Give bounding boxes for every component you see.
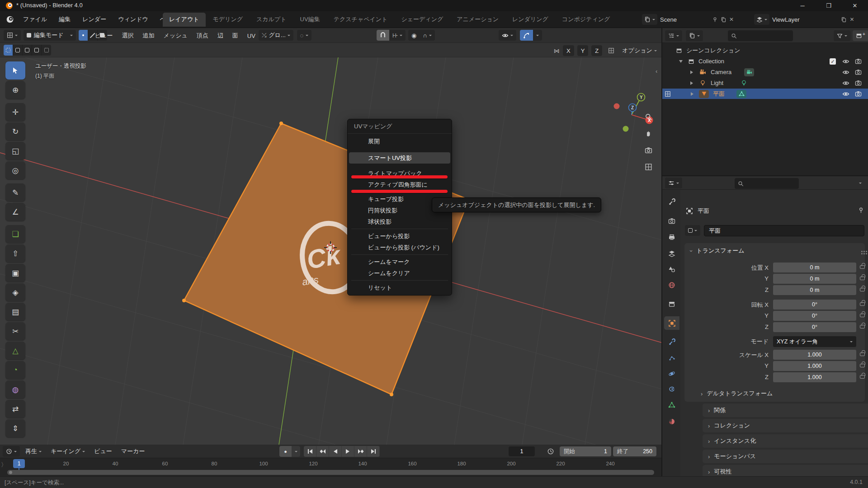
bevel-tool-button[interactable]: ◈ (5, 283, 25, 301)
snap-settings-dropdown[interactable]: ⊦⊦ (389, 30, 406, 41)
tab-world[interactable] (664, 278, 679, 292)
outliner-display-mode-button[interactable] (686, 30, 703, 41)
prev-keyframe-button[interactable] (316, 446, 329, 457)
lock-icon[interactable] (860, 352, 865, 356)
play-reverse-button[interactable] (329, 446, 342, 457)
menu-item-reset[interactable]: リセット (349, 282, 450, 293)
frame-end-field[interactable]: 終了250 (613, 446, 656, 456)
move-tool-button[interactable]: ✛ (5, 103, 25, 121)
outliner-editor-type-button[interactable] (665, 30, 682, 41)
record-dropdown[interactable] (292, 446, 300, 457)
tab-modeling[interactable]: モデリング (207, 13, 250, 27)
tab-modifiers[interactable] (664, 335, 679, 349)
menu-select[interactable]: 選択 (118, 30, 138, 42)
lock-icon[interactable] (860, 277, 865, 280)
section-collections[interactable]: ›コレクション (703, 419, 868, 432)
knife-tool-button[interactable]: ✂ (5, 322, 25, 340)
visibility-dropdown[interactable] (499, 30, 516, 41)
next-keyframe-button[interactable] (354, 446, 367, 457)
properties-search-input[interactable] (735, 178, 799, 189)
tab-view-layer[interactable] (664, 247, 679, 260)
menu-item-sphere-projection[interactable]: 球状投影 (349, 216, 450, 227)
pin-icon[interactable] (712, 17, 718, 23)
menu-vertex[interactable]: 頂点 (192, 30, 213, 42)
current-frame-field[interactable]: 1 (509, 446, 535, 456)
transform-panel-header[interactable]: › トランスフォーム (690, 247, 744, 255)
properties-options-icon[interactable] (859, 183, 862, 185)
lock-icon[interactable] (860, 314, 865, 317)
view-layer-browse-button[interactable] (754, 14, 769, 25)
ortho-toggle-icon[interactable] (642, 160, 655, 173)
disclosure-closed-icon[interactable] (690, 70, 695, 74)
jump-end-button[interactable] (367, 446, 380, 457)
tab-rendering[interactable]: レンダリング (506, 13, 555, 27)
shrink-fatten-tool-button[interactable]: ⇕ (5, 419, 25, 437)
select-invert-icon[interactable] (32, 45, 42, 56)
hide-eye-icon[interactable] (842, 58, 849, 65)
keying-menu[interactable]: キーイング (47, 446, 89, 457)
outliner-filter-button[interactable] (834, 30, 850, 41)
zoom-icon[interactable] (642, 110, 655, 123)
disable-render-camera-icon[interactable] (855, 90, 862, 97)
hide-eye-icon[interactable] (842, 69, 849, 76)
lock-icon[interactable] (860, 375, 865, 379)
editor-type-button[interactable] (4, 30, 21, 41)
cursor-tool-button[interactable]: ⊕ (5, 81, 25, 99)
play-button[interactable] (342, 446, 354, 457)
timeline-marker-menu[interactable]: マーカー (118, 446, 149, 457)
new-scene-icon[interactable] (721, 17, 726, 23)
menu-window[interactable]: ウィンドウ (112, 14, 154, 25)
menu-view[interactable]: ビュー (90, 30, 118, 42)
tab-tool[interactable] (664, 195, 679, 209)
hide-eye-icon[interactable] (842, 80, 849, 87)
location-y-field[interactable]: 0 m (773, 274, 856, 284)
delta-transform-section[interactable]: › デルタトランスフォーム (701, 389, 773, 398)
collection-checkbox[interactable]: ✓ (830, 58, 836, 65)
scale-z-field[interactable]: 1.000 (773, 372, 856, 382)
hide-eye-icon[interactable] (842, 90, 849, 98)
menu-add[interactable]: 追加 (138, 30, 159, 42)
mirror-z-toggle[interactable]: Z (591, 45, 602, 56)
tab-collection[interactable] (664, 297, 679, 311)
lock-icon[interactable] (860, 288, 865, 291)
rotate-tool-button[interactable]: ↻ (5, 122, 25, 141)
tab-animation[interactable]: アニメーション (450, 13, 505, 27)
playback-menu[interactable]: 再生 (22, 446, 45, 457)
section-relations[interactable]: ›関係 (703, 404, 868, 417)
menu-item-unwrap[interactable]: 展開 (349, 136, 450, 147)
section-instancing[interactable]: ›インスタンス化 (703, 434, 868, 448)
mirror-y-toggle[interactable]: Y (577, 45, 589, 56)
menu-face[interactable]: 面 (228, 30, 243, 42)
tweak-tool-button[interactable] (5, 61, 25, 80)
rotation-z-field[interactable]: 0° (773, 322, 856, 332)
frame-start-field[interactable]: 開始1 (560, 446, 611, 456)
disable-render-camera-icon[interactable] (855, 80, 862, 86)
select-subtract-icon[interactable] (23, 45, 32, 56)
tab-uv-editing[interactable]: UV編集 (294, 13, 326, 27)
scale-x-field[interactable]: 1.000 (773, 350, 856, 360)
outliner-row-collection[interactable]: Collection ✓ (662, 56, 868, 66)
menu-item-project-from-view-bounds[interactable]: ビューから投影 (バウンド) (349, 242, 450, 253)
menu-uv[interactable]: UV (243, 30, 260, 42)
select-set-icon[interactable] (4, 45, 13, 56)
menu-item-smart-uv-project[interactable]: スマートUV投影 (349, 152, 450, 164)
viewport-3d[interactable]: Ck arts Y Z (0, 28, 661, 445)
maximize-button[interactable]: ❒ (816, 0, 842, 11)
object-type-dropdown[interactable] (685, 225, 700, 236)
inset-tool-button[interactable]: ▣ (5, 264, 25, 282)
lock-icon[interactable] (860, 302, 865, 306)
outliner-row-camera[interactable]: Camera (662, 67, 868, 77)
pan-hand-icon[interactable] (642, 127, 655, 140)
close-button[interactable]: ✕ (842, 0, 868, 11)
menu-render[interactable]: レンダー (76, 14, 112, 25)
menu-mesh[interactable]: メッシュ (159, 30, 192, 42)
measure-tool-button[interactable]: ∠ (5, 203, 25, 221)
smooth-tool-button[interactable]: ◍ (5, 380, 25, 399)
outliner-search-input[interactable] (728, 30, 793, 41)
scene-browse-button[interactable] (642, 14, 657, 25)
edge-slide-tool-button[interactable]: ⇄ (5, 400, 25, 418)
disclosure-closed-icon[interactable] (691, 92, 695, 96)
snap-toggle[interactable] (377, 30, 389, 41)
menu-item-clear-seam[interactable]: シームをクリア (349, 267, 450, 279)
outliner-row-scene-collection[interactable]: シーンコレクション (662, 45, 868, 56)
